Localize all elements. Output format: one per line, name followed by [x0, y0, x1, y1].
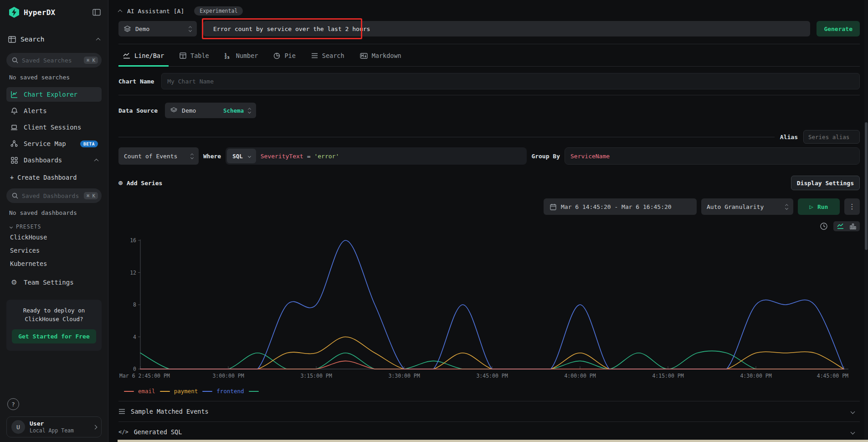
collapse-assistant-icon[interactable]: [118, 9, 123, 14]
saved-dashboards-input[interactable]: Saved Dashboards ⌘ K: [6, 188, 102, 203]
sql-field-token: SeverityText: [261, 153, 303, 160]
line-style-icon[interactable]: [837, 223, 844, 229]
svg-text:3:45:00 PM: 3:45:00 PM: [476, 373, 508, 379]
more-options-button[interactable]: ⋮: [844, 198, 860, 215]
tab-table[interactable]: Table: [175, 45, 214, 67]
legend-dash: [249, 391, 259, 392]
chart-name-input[interactable]: [161, 73, 860, 89]
line-chart[interactable]: 0481216Mar 6 2:45:00 PM3:00:00 PM3:15:00…: [118, 233, 860, 386]
gear-icon: ⚙: [10, 278, 18, 286]
data-source-select[interactable]: Demo Schema: [165, 103, 256, 118]
number-123-icon: 1 2 3: [225, 52, 232, 59]
legend-dash: [124, 391, 134, 392]
series-alias-input[interactable]: [803, 130, 860, 144]
tab-markdown[interactable]: Markdown: [355, 45, 406, 67]
create-dashboard-button[interactable]: + Create Dashboard: [6, 174, 102, 181]
no-saved-searches-note: No saved searches: [6, 74, 102, 81]
promo-text: Ready to deploy on ClickHouse Cloud?: [11, 306, 97, 324]
add-series-button[interactable]: ⊕ Add Series: [118, 179, 162, 187]
chevron-down-icon: [851, 430, 855, 434]
add-circle-icon: ⊕: [118, 179, 123, 187]
legend-item-payment[interactable]: payment: [160, 388, 198, 395]
scrollbar-thumb[interactable]: [865, 122, 868, 250]
sidebar-item-client-sessions[interactable]: Client Sessions: [6, 120, 102, 135]
presets-header[interactable]: PRESETS: [6, 224, 102, 230]
user-menu[interactable]: U User Local App Team: [6, 416, 102, 437]
clock-icon[interactable]: [820, 222, 828, 230]
legend-dash: [202, 391, 212, 392]
sidebar-item-service-map[interactable]: Service Map BETA: [6, 136, 102, 151]
assistant-title: AI Assistant [A]: [127, 8, 184, 15]
run-button[interactable]: ▷ Run: [798, 198, 840, 215]
chart-name-label: Chart Name: [118, 78, 154, 85]
pie-chart-icon: [273, 52, 280, 59]
avatar: U: [11, 420, 25, 434]
where-label: Where: [203, 153, 221, 160]
svg-text:2: 2: [225, 56, 226, 59]
svg-text:3:00:00 PM: 3:00:00 PM: [212, 373, 244, 379]
svg-text:4:00:00 PM: 4:00:00 PM: [564, 373, 596, 379]
sample-matched-events-section[interactable]: Sample Matched Events: [118, 401, 860, 421]
saved-searches-input[interactable]: Saved Searches ⌘ K: [6, 53, 102, 68]
schema-link[interactable]: Schema: [223, 107, 244, 114]
assistant-source-select[interactable]: Demo: [118, 21, 197, 36]
generated-sql-section[interactable]: </> Generated SQL: [118, 421, 860, 442]
legend-item-unnamed[interactable]: [249, 391, 263, 392]
sidebar-item-alerts[interactable]: Alerts: [6, 104, 102, 118]
shortcut-badge: ⌘ K: [84, 57, 98, 64]
group-by-input[interactable]: ServiceName: [565, 147, 860, 165]
date-range-picker[interactable]: Mar 6 14:45:20 - Mar 6 16:45:20: [544, 198, 697, 215]
sidebar-collapse-icon[interactable]: [92, 9, 101, 16]
sidebar-section-search[interactable]: Search: [6, 36, 102, 43]
app-title: HyperDX: [24, 8, 56, 17]
experimental-badge: Experimental: [194, 6, 243, 16]
tab-search[interactable]: Search: [307, 45, 349, 67]
play-icon: ▷: [810, 203, 813, 210]
svg-text:3:30:00 PM: 3:30:00 PM: [388, 373, 420, 379]
data-source-label: Data Source: [118, 107, 158, 114]
display-settings-button[interactable]: Display Settings: [791, 176, 860, 190]
svg-text:0: 0: [133, 366, 136, 372]
sidebar-item-chart-explorer[interactable]: Chart Explorer: [6, 87, 102, 102]
svg-text:16: 16: [130, 237, 136, 244]
app-logo[interactable]: HyperDX: [8, 6, 56, 18]
vertical-scrollbar[interactable]: [864, 0, 868, 442]
clickhouse-cloud-promo: Ready to deploy on ClickHouse Cloud? Get…: [6, 300, 102, 351]
generate-button[interactable]: Generate: [817, 21, 860, 36]
search-icon: [12, 192, 18, 199]
get-started-button[interactable]: Get Started for Free: [12, 329, 96, 343]
aggregation-select[interactable]: Count of Events: [118, 147, 199, 165]
svg-text:3:15:00 PM: 3:15:00 PM: [300, 373, 332, 379]
legend-item-frontend[interactable]: frontend: [202, 388, 244, 395]
tab-line-bar[interactable]: Line/Bar: [118, 45, 169, 67]
bar-style-icon[interactable]: [850, 223, 856, 229]
sidebar-item-team-settings[interactable]: ⚙ Team Settings: [6, 275, 102, 290]
svg-text:8: 8: [133, 302, 136, 308]
where-expression-input[interactable]: SeverityText = 'error': [261, 153, 339, 160]
layers-icon: [124, 26, 131, 32]
tab-pie[interactable]: Pie: [269, 45, 300, 67]
list-icon: [311, 53, 318, 58]
legend-item-email[interactable]: email: [124, 388, 155, 395]
query-language-select[interactable]: SQL: [227, 149, 256, 163]
bell-icon: [10, 107, 18, 114]
group-by-label: Group By: [531, 153, 560, 160]
chart-style-toggle: [833, 221, 860, 231]
markdown-icon: [360, 53, 368, 59]
user-name: User: [30, 420, 89, 427]
shortcut-badge: ⌘ K: [84, 192, 98, 199]
preset-clickhouse[interactable]: ClickHouse: [6, 231, 102, 243]
assistant-prompt-input[interactable]: [203, 21, 810, 36]
help-button[interactable]: ?: [7, 398, 19, 410]
chevron-right-icon: [93, 425, 98, 429]
horizontal-scrollbar[interactable]: [118, 440, 868, 442]
group-by-value: ServiceName: [570, 153, 610, 160]
tab-number[interactable]: 1 2 3 Number: [220, 45, 263, 67]
chart-explorer-icon: [10, 91, 18, 98]
granularity-select[interactable]: Auto Granularity: [701, 198, 793, 215]
preset-services[interactable]: Services: [6, 244, 102, 256]
chevron-down-icon: [851, 409, 855, 414]
hyperdx-logo-icon: [8, 6, 20, 18]
sidebar-item-dashboards[interactable]: Dashboards: [6, 153, 102, 167]
preset-kubernetes[interactable]: Kubernetes: [6, 258, 102, 270]
